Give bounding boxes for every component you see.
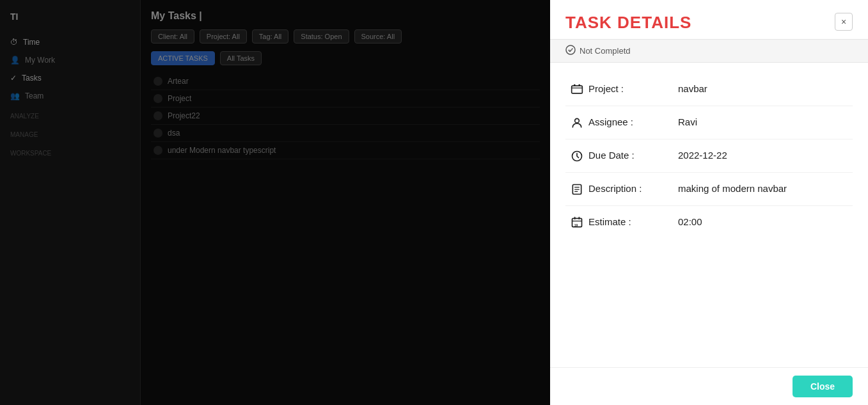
svg-point-0: [566, 45, 575, 54]
estimate-icon: 19: [570, 216, 584, 230]
assignee-value: Ravi: [678, 115, 853, 127]
status-text: Not Completd: [580, 46, 630, 56]
svg-text:19: 19: [574, 223, 578, 227]
due-date-row: Due Date : 2022-12-22: [565, 139, 853, 173]
panel-header: TASK DETAILS ×: [550, 0, 868, 39]
due-date-value: 2022-12-22: [678, 148, 853, 161]
estimate-row: 19 Estimate : 02:00: [565, 206, 853, 239]
assignee-row: Assignee : Ravi: [565, 106, 853, 139]
project-label: Project :: [588, 82, 678, 94]
modal-overlay: [0, 0, 550, 405]
status-icon: [565, 45, 576, 57]
status-bar: Not Completd: [550, 39, 868, 63]
svg-point-5: [575, 118, 580, 123]
panel-title: TASK DETAILS: [565, 13, 691, 33]
assignee-icon: [570, 116, 584, 130]
svg-rect-2: [572, 86, 583, 93]
estimate-value: 02:00: [678, 215, 853, 227]
due-date-icon: [570, 149, 584, 163]
svg-rect-4: [579, 84, 581, 86]
project-value: navbar: [678, 82, 853, 94]
panel-body: Project : navbar Assignee : Ravi: [550, 63, 868, 367]
description-row: Description : making of modern navbar: [565, 173, 853, 206]
close-footer-button[interactable]: Close: [793, 376, 853, 397]
svg-rect-3: [574, 84, 576, 86]
estimate-label: Estimate :: [588, 215, 678, 227]
close-x-button[interactable]: ×: [835, 13, 853, 31]
due-date-label: Due Date :: [588, 148, 678, 161]
task-details-panel: TASK DETAILS × Not Completd: [550, 0, 868, 405]
panel-footer: Close: [550, 367, 868, 405]
description-label: Description :: [588, 182, 678, 194]
description-icon: [570, 182, 584, 196]
project-row: Project : navbar: [565, 73, 853, 106]
description-value: making of modern navbar: [678, 182, 853, 194]
project-icon: [570, 83, 584, 97]
assignee-label: Assignee :: [588, 115, 678, 127]
